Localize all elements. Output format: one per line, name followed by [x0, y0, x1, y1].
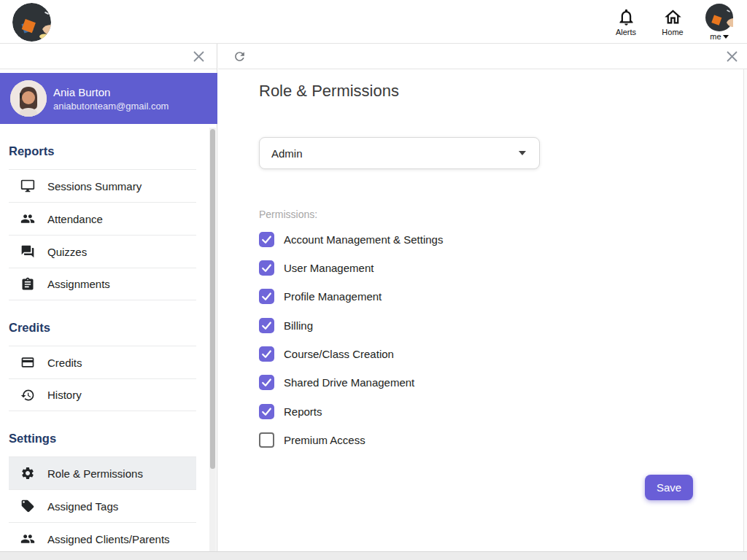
- home-label: Home: [662, 28, 683, 36]
- main-content: Role & Permissions Admin Permissions: Ac…: [218, 69, 743, 551]
- permission-label: Billing: [284, 319, 313, 332]
- top-nav: Alerts Home me: [611, 0, 734, 44]
- checkbox-checked-icon[interactable]: [259, 260, 274, 276]
- history-icon: [20, 388, 35, 402]
- checkbox-unchecked-icon[interactable]: [259, 432, 274, 448]
- user-email: aniabutonteam@gmail.com: [53, 101, 169, 112]
- permission-label: Profile Management: [284, 290, 382, 303]
- monitor-icon: [20, 179, 35, 193]
- sidebar-header: [0, 44, 217, 69]
- section-heading-settings: Settings: [0, 411, 209, 456]
- sidebar-item-assigned-clients-parents[interactable]: Assigned Clients/Parents: [9, 522, 196, 551]
- checkbox-checked-icon[interactable]: [259, 375, 274, 390]
- sidebar-item-label: Attendance: [47, 213, 103, 225]
- close-icon: [193, 50, 205, 63]
- sidebar-item-sessions-summary[interactable]: Sessions Summary: [9, 169, 196, 202]
- sidebar-item-credits[interactable]: Credits: [9, 346, 196, 378]
- checkbox-checked-icon[interactable]: [259, 404, 274, 419]
- checkbox-checked-icon[interactable]: [259, 289, 274, 304]
- permission-row-shared-drive-management[interactable]: Shared Drive Management: [259, 375, 443, 391]
- role-dropdown-value: Admin: [271, 147, 303, 160]
- checkbox-checked-icon[interactable]: [259, 232, 274, 247]
- sidebar-item-label: Assigned Tags: [47, 500, 118, 513]
- sidebar-scrollbar-thumb[interactable]: [210, 129, 215, 469]
- sidebar-item-assigned-tags[interactable]: Assigned Tags: [9, 489, 196, 522]
- bottom-scrollbar-area: [0, 551, 747, 560]
- permission-label: Account Management & Settings: [284, 233, 443, 246]
- me-label: me: [710, 32, 721, 41]
- people-icon: [20, 532, 35, 546]
- permissions-label: Permissions:: [259, 209, 317, 220]
- checkbox-checked-icon[interactable]: [259, 346, 274, 362]
- close-icon: [726, 50, 738, 63]
- sidebar-item-history[interactable]: History: [9, 378, 196, 411]
- main-scrollbar[interactable]: [743, 69, 747, 551]
- permission-label: Shared Drive Management: [284, 376, 414, 389]
- checkbox-checked-icon[interactable]: [259, 318, 274, 333]
- sidebar-nav: ReportsSessions SummaryAttendanceQuizzes…: [0, 124, 209, 551]
- permission-label: Course/Class Creation: [284, 348, 394, 360]
- sidebar: Ania Burton aniabutonteam@gmail.com Repo…: [0, 44, 217, 551]
- bell-icon: [616, 7, 636, 27]
- me-menu[interactable]: me: [705, 4, 734, 41]
- me-avatar-icon: [705, 4, 733, 31]
- section-heading-credits: Credits: [0, 300, 209, 346]
- chat-icon: [20, 244, 35, 259]
- permission-row-course-class-creation[interactable]: Course/Class Creation: [259, 346, 443, 362]
- gear-icon: [20, 466, 35, 481]
- permission-row-reports[interactable]: Reports: [259, 403, 443, 419]
- alerts-button[interactable]: Alerts: [611, 7, 640, 36]
- permission-row-user-management[interactable]: User Management: [259, 260, 443, 276]
- main-panel-header: [218, 44, 747, 69]
- assignment-icon: [20, 277, 35, 292]
- sidebar-item-assignments[interactable]: Assignments: [9, 268, 196, 300]
- permission-label: Reports: [284, 405, 322, 418]
- sidebar-item-label: Credits: [47, 357, 82, 369]
- sidebar-item-attendance[interactable]: Attendance: [9, 202, 196, 235]
- section-heading-reports: Reports: [0, 124, 209, 169]
- home-button[interactable]: Home: [658, 7, 687, 36]
- permission-row-premium-access[interactable]: Premium Access: [259, 432, 443, 448]
- user-name: Ania Burton: [53, 86, 169, 98]
- permission-row-account-management-settings[interactable]: Account Management & Settings: [259, 231, 443, 247]
- permission-row-billing[interactable]: Billing: [259, 317, 443, 333]
- sidebar-item-label: Sessions Summary: [47, 180, 142, 192]
- logo-icon: [12, 3, 51, 42]
- sidebar-close-button[interactable]: [193, 50, 205, 63]
- tag-icon: [20, 499, 35, 513]
- permissions-list: Account Management & SettingsUser Manage…: [259, 231, 443, 448]
- role-dropdown[interactable]: Admin: [259, 137, 540, 169]
- app-logo[interactable]: [12, 3, 51, 42]
- save-button[interactable]: Save: [645, 475, 693, 500]
- top-bar: Alerts Home me: [0, 0, 747, 44]
- sidebar-item-label: Quizzes: [47, 246, 87, 258]
- refresh-button[interactable]: [233, 50, 247, 63]
- sidebar-item-label: History: [47, 389, 82, 401]
- people-icon: [20, 211, 35, 226]
- sidebar-item-role-permissions[interactable]: Role & Permissions: [9, 456, 196, 489]
- permission-label: User Management: [284, 262, 374, 274]
- user-avatar: [10, 80, 47, 117]
- sidebar-item-label: Assigned Clients/Parents: [47, 533, 170, 545]
- alerts-label: Alerts: [616, 28, 636, 36]
- main-close-button[interactable]: [726, 50, 738, 63]
- sidebar-item-label: Assignments: [47, 278, 110, 290]
- credit-card-icon: [20, 355, 35, 370]
- permission-row-profile-management[interactable]: Profile Management: [259, 289, 443, 305]
- permission-label: Premium Access: [284, 434, 365, 446]
- user-meta: Ania Burton aniabutonteam@gmail.com: [53, 86, 169, 112]
- sidebar-item-quizzes[interactable]: Quizzes: [9, 235, 196, 268]
- sidebar-item-label: Role & Permissions: [47, 467, 143, 480]
- refresh-icon: [233, 50, 247, 63]
- chevron-down-icon: [723, 35, 729, 39]
- user-card: Ania Burton aniabutonteam@gmail.com: [0, 73, 217, 124]
- chevron-down-icon: [519, 151, 526, 155]
- main-panel: Role & Permissions Admin Permissions: Ac…: [218, 44, 747, 551]
- sidebar-scrollbar[interactable]: [209, 128, 216, 551]
- home-icon: [663, 7, 683, 27]
- page-title: Role & Permissions: [259, 82, 399, 101]
